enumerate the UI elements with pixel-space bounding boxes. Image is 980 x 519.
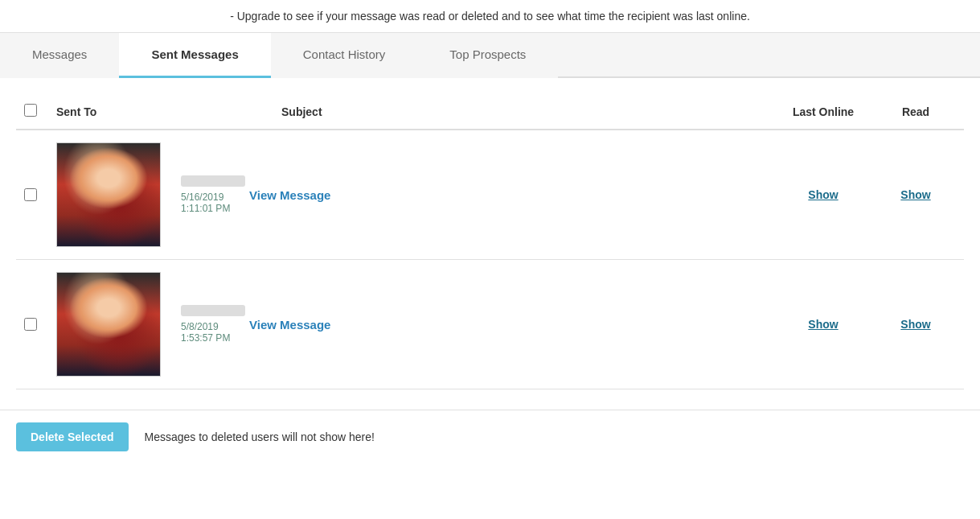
sender-info-2: 5/8/2019 1:53:57 PM xyxy=(181,305,249,344)
avatar-1 xyxy=(56,142,161,247)
select-all-checkbox[interactable] xyxy=(24,104,37,117)
tab-bar: Messages Sent Messages Contact History T… xyxy=(0,33,980,78)
upgrade-banner: - Upgrade to see if your message was rea… xyxy=(0,0,980,33)
sent-to-cell-2: 5/8/2019 1:53:57 PM xyxy=(56,272,249,377)
send-date-1: 5/16/2019 1:11:01 PM xyxy=(181,192,249,214)
sent-to-cell-1: 5/16/2019 1:11:01 PM xyxy=(56,142,249,247)
view-message-link-1[interactable]: View Message xyxy=(249,188,330,202)
send-date-2: 5/8/2019 1:53:57 PM xyxy=(181,321,249,344)
tab-sent-messages[interactable]: Sent Messages xyxy=(119,33,270,78)
sender-name-1 xyxy=(181,175,245,187)
avatar-container-2 xyxy=(56,272,165,377)
last-online-show-2[interactable]: Show xyxy=(771,318,875,331)
footer-note: Messages to deleted users will not show … xyxy=(145,430,375,443)
row-checkbox-2[interactable] xyxy=(24,318,37,331)
read-cell-1: Show xyxy=(875,188,956,201)
delete-selected-button[interactable]: Delete Selected xyxy=(16,422,129,451)
last-online-cell-1: Show xyxy=(771,188,875,201)
header-read: Read xyxy=(875,105,956,118)
avatar-container-1 xyxy=(56,142,165,247)
main-content: Sent To Subject Last Online Read 5/16/20… xyxy=(0,78,980,406)
view-message-link-2[interactable]: View Message xyxy=(249,318,330,332)
table-row: 5/16/2019 1:11:01 PM View Message Show S… xyxy=(16,130,964,260)
table-header: Sent To Subject Last Online Read xyxy=(16,94,964,130)
header-sent-to: Sent To xyxy=(56,105,281,118)
subject-cell-1: View Message xyxy=(249,188,771,202)
tab-contact-history[interactable]: Contact History xyxy=(271,33,418,78)
read-show-1[interactable]: Show xyxy=(875,188,956,201)
last-online-cell-2: Show xyxy=(771,318,875,331)
upgrade-text: - Upgrade to see if your message was rea… xyxy=(230,10,750,23)
header-subject: Subject xyxy=(281,105,771,118)
tab-top-prospects[interactable]: Top Prospects xyxy=(417,33,558,78)
sender-info-1: 5/16/2019 1:11:01 PM xyxy=(181,175,249,214)
subject-cell-2: View Message xyxy=(249,318,771,332)
sender-name-2 xyxy=(181,305,245,316)
footer-bar: Delete Selected Messages to deleted user… xyxy=(0,410,980,463)
avatar-2 xyxy=(56,272,161,377)
tab-messages[interactable]: Messages xyxy=(0,33,119,78)
table-row: 5/8/2019 1:53:57 PM View Message Show Sh… xyxy=(16,260,964,389)
header-last-online: Last Online xyxy=(771,105,875,118)
read-show-2[interactable]: Show xyxy=(875,318,956,331)
last-online-show-1[interactable]: Show xyxy=(771,188,875,201)
row-checkbox-1[interactable] xyxy=(24,188,37,201)
read-cell-2: Show xyxy=(875,318,956,331)
